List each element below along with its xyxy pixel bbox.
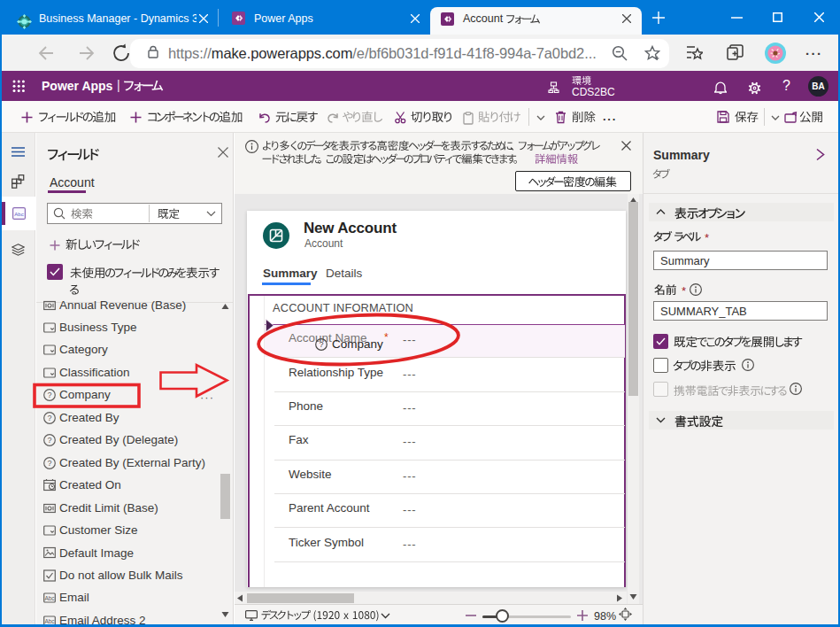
svg-text:?: ?: [47, 459, 51, 468]
svg-text:?: ?: [47, 436, 51, 445]
svg-text:?: ?: [319, 340, 323, 349]
svg-text:Abc: Abc: [14, 212, 23, 217]
svg-text:Abc: Abc: [44, 595, 55, 601]
svg-text:Abc: Abc: [44, 617, 55, 623]
svg-text:?: ?: [47, 414, 51, 422]
svg-text:?: ?: [47, 391, 51, 399]
